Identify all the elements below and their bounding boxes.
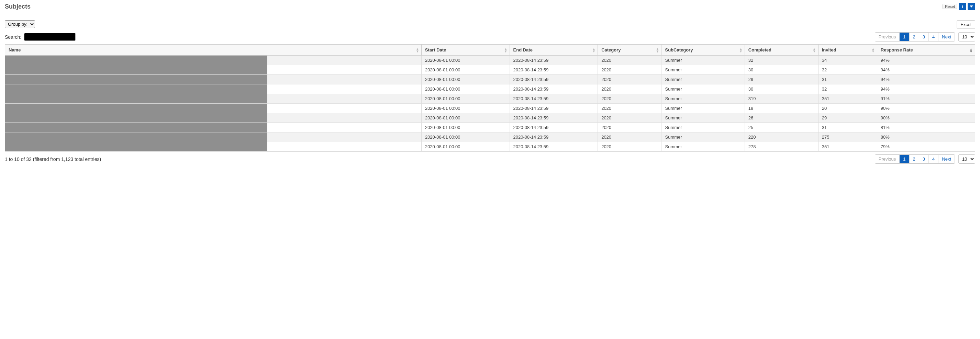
table-row: 2020-08-01 00:002020-08-14 23:592020Summ…: [5, 142, 975, 152]
cell-name: [5, 65, 422, 75]
col-invited-label: Invited: [822, 48, 836, 52]
col-completed-label: Completed: [748, 48, 772, 52]
excel-button[interactable]: Excel: [957, 20, 975, 29]
sort-icon: ▲▼: [592, 48, 595, 52]
cell-completed: 319: [745, 94, 818, 104]
table-row: 2020-08-01 00:002020-08-14 23:592020Summ…: [5, 113, 975, 123]
cell-end-date: 2020-08-14 23:59: [509, 104, 598, 113]
cell-invited: 31: [818, 75, 877, 84]
cell-completed: 25: [745, 123, 818, 132]
cell-end-date: 2020-08-14 23:59: [509, 55, 598, 65]
col-subcategory[interactable]: SubCategory ▲▼: [662, 44, 745, 55]
table-header-row: Name ▲▼ Start Date ▲▼ End Date ▲▼ Catego…: [5, 44, 975, 55]
cell-subcategory: Summer: [662, 94, 745, 104]
cell-start-date: 2020-08-01 00:00: [421, 132, 509, 142]
col-invited[interactable]: Invited ▲▼: [818, 44, 877, 55]
top-controls: Group by: Excel: [5, 20, 975, 29]
cell-end-date: 2020-08-14 23:59: [509, 132, 598, 142]
pagination-bottom: Previous 1 2 3 4 Next 10: [875, 154, 975, 164]
cell-name: [5, 75, 422, 84]
cell-invited: 20: [818, 104, 877, 113]
col-response-rate-label: Response Rate: [881, 48, 913, 52]
cell-start-date: 2020-08-01 00:00: [421, 113, 509, 123]
table-row: 2020-08-01 00:002020-08-14 23:592020Summ…: [5, 123, 975, 132]
cell-invited: 31: [818, 123, 877, 132]
cell-end-date: 2020-08-14 23:59: [509, 94, 598, 104]
col-name[interactable]: Name ▲▼: [5, 44, 422, 55]
page-3-button[interactable]: 3: [919, 33, 929, 41]
sort-icon: ▲▼: [969, 48, 973, 52]
col-name-label: Name: [9, 48, 21, 52]
page-size-select[interactable]: 10: [958, 154, 975, 164]
cell-end-date: 2020-08-14 23:59: [509, 75, 598, 84]
col-category[interactable]: Category ▲▼: [598, 44, 662, 55]
page-3-button[interactable]: 3: [919, 155, 929, 163]
cell-name: [5, 142, 422, 152]
col-response-rate[interactable]: Response Rate ▲▼: [877, 44, 975, 55]
page-2-button[interactable]: 2: [910, 155, 919, 163]
search-input[interactable]: [24, 33, 76, 41]
page-size-select[interactable]: 10: [958, 32, 975, 41]
subjects-table: Name ▲▼ Start Date ▲▼ End Date ▲▼ Catego…: [5, 44, 975, 152]
sort-icon: ▲▼: [739, 48, 743, 52]
cell-completed: 32: [745, 55, 818, 65]
cell-subcategory: Summer: [662, 84, 745, 94]
cell-subcategory: Summer: [662, 123, 745, 132]
redacted-block: [5, 75, 267, 84]
col-end-date[interactable]: End Date ▲▼: [509, 44, 598, 55]
cell-start-date: 2020-08-01 00:00: [421, 104, 509, 113]
next-button[interactable]: Next: [939, 33, 955, 41]
search-row: Search: Previous 1 2 3 4 Next 10: [5, 32, 975, 41]
page-4-button[interactable]: 4: [929, 33, 939, 41]
redacted-block: [5, 113, 267, 122]
cell-end-date: 2020-08-14 23:59: [509, 65, 598, 75]
table-row: 2020-08-01 00:002020-08-14 23:592020Summ…: [5, 55, 975, 65]
next-button[interactable]: Next: [939, 155, 955, 163]
cell-response-rate: 94%: [877, 65, 975, 75]
cell-subcategory: Summer: [662, 55, 745, 65]
cell-completed: 30: [745, 84, 818, 94]
cell-end-date: 2020-08-14 23:59: [509, 123, 598, 132]
cell-category: 2020: [598, 84, 662, 94]
cell-response-rate: 90%: [877, 104, 975, 113]
page-1-button[interactable]: 1: [900, 155, 909, 163]
search-wrap: Search:: [5, 33, 76, 41]
cell-name: [5, 113, 422, 123]
cell-response-rate: 80%: [877, 132, 975, 142]
cell-category: 2020: [598, 94, 662, 104]
page-title: Subjects: [5, 3, 30, 10]
page-1-button[interactable]: 1: [900, 33, 909, 41]
cell-name: [5, 55, 422, 65]
cell-category: 2020: [598, 65, 662, 75]
sort-icon: ▲▼: [872, 48, 875, 52]
page-4-button[interactable]: 4: [929, 155, 939, 163]
prev-button[interactable]: Previous: [875, 33, 900, 41]
cell-start-date: 2020-08-01 00:00: [421, 94, 509, 104]
reset-button[interactable]: Reset: [943, 4, 957, 9]
sort-icon: ▲▼: [813, 48, 816, 52]
cell-category: 2020: [598, 75, 662, 84]
cell-response-rate: 94%: [877, 55, 975, 65]
cell-response-rate: 94%: [877, 84, 975, 94]
chevron-down-icon[interactable]: [967, 3, 975, 10]
footer-row: 1 to 10 of 32 (filtered from 1,123 total…: [5, 154, 975, 164]
cell-invited: 32: [818, 65, 877, 75]
info-icon[interactable]: i: [959, 3, 966, 10]
redacted-block: [5, 65, 267, 74]
col-start-date[interactable]: Start Date ▲▼: [421, 44, 509, 55]
group-by-select[interactable]: Group by:: [5, 20, 35, 28]
cell-end-date: 2020-08-14 23:59: [509, 113, 598, 123]
cell-end-date: 2020-08-14 23:59: [509, 142, 598, 152]
cell-start-date: 2020-08-01 00:00: [421, 55, 509, 65]
cell-completed: 18: [745, 104, 818, 113]
cell-name: [5, 123, 422, 132]
page-2-button[interactable]: 2: [910, 33, 919, 41]
prev-button[interactable]: Previous: [875, 155, 900, 163]
cell-name: [5, 132, 422, 142]
cell-invited: 29: [818, 113, 877, 123]
cell-name: [5, 84, 422, 94]
col-completed[interactable]: Completed ▲▼: [745, 44, 818, 55]
cell-start-date: 2020-08-01 00:00: [421, 65, 509, 75]
cell-category: 2020: [598, 104, 662, 113]
sort-icon: ▲▼: [656, 48, 659, 52]
